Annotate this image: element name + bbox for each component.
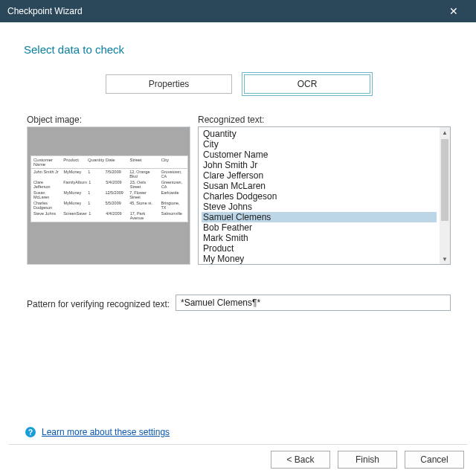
recognized-text-item[interactable]: Quantity: [202, 129, 437, 139]
preview-row: Steve JohnsScreenSaver14/4/200917, Park …: [31, 210, 187, 221]
scroll-down-icon[interactable]: ▼: [440, 254, 450, 264]
recognized-text-item[interactable]: Susan McLaren: [202, 181, 437, 191]
tab-ocr[interactable]: OCR: [244, 74, 370, 94]
recognized-text-item[interactable]: Mark Smith: [202, 233, 437, 243]
recognized-text-item[interactable]: Clare Jefferson: [202, 170, 437, 181]
recognized-text-item[interactable]: Samuel Clemens: [202, 212, 437, 222]
wizard-body: Select data to check Properties OCR Obje…: [0, 22, 476, 476]
recognized-text-item[interactable]: Bob Feather: [202, 222, 437, 233]
recognized-text-item[interactable]: Charles Dodgeson: [202, 191, 437, 202]
recognized-text-label: Recognized text:: [198, 115, 264, 125]
cancel-button[interactable]: Cancel: [405, 451, 464, 469]
scroll-thumb[interactable]: [441, 139, 448, 221]
recognized-text-item[interactable]: John Smith Jr: [202, 160, 437, 170]
recognized-text-list[interactable]: QuantityCityCustomer NameJohn Smith JrCl…: [199, 127, 440, 264]
footer-divider: [9, 444, 467, 445]
preview-row: Samuel ClemensMyMoney212/12/20093, Garde…: [31, 221, 187, 222]
help-icon[interactable]: ?: [25, 427, 36, 437]
help-row: ? Learn more about these settings: [25, 427, 170, 437]
recognized-text-item[interactable]: Customer Name: [202, 149, 437, 160]
object-image-grid: Customer Name Product Quantity Date Stre…: [30, 155, 188, 222]
object-image-preview[interactable]: Customer Name Product Quantity Date Stre…: [27, 126, 190, 265]
pattern-input[interactable]: [176, 295, 451, 311]
recognized-text-item[interactable]: Product: [202, 243, 437, 254]
recognized-text-item[interactable]: City: [202, 139, 437, 149]
page-title: Select data to check: [24, 43, 124, 56]
recognized-text-item[interactable]: My Money: [202, 254, 437, 264]
preview-row: Susan McLarenMyMoney112/5/20097, Flower …: [31, 190, 187, 200]
footer-buttons: < Back Finish Cancel: [271, 451, 464, 469]
object-image-label: Object image:: [27, 115, 82, 125]
recognized-text-scrollbar[interactable]: ▲ ▼: [440, 127, 450, 264]
finish-button[interactable]: Finish: [338, 451, 397, 469]
preview-row: John Smith JrMyMoney17/5/200912, Orange …: [31, 169, 187, 179]
recognized-text-panel: QuantityCityCustomer NameJohn Smith JrCl…: [198, 126, 451, 265]
back-button[interactable]: < Back: [271, 451, 330, 469]
close-icon[interactable]: ✕: [439, 0, 469, 22]
help-link[interactable]: Learn more about these settings: [42, 427, 170, 437]
preview-row: Clare JeffersonFamilyAlbum15/4/200923, O…: [31, 179, 187, 190]
window-title: Checkpoint Wizard: [7, 6, 439, 16]
scroll-up-icon[interactable]: ▲: [440, 127, 450, 138]
preview-row: Charles DodgesonMyMoney15/5/200945, Ston…: [31, 200, 187, 210]
tab-properties[interactable]: Properties: [106, 74, 232, 94]
preview-header-row: Customer Name Product Quantity Date Stre…: [31, 156, 187, 169]
pattern-label: Pattern for verifying recognized text:: [27, 299, 170, 309]
tab-strip: Properties OCR: [0, 74, 476, 94]
recognized-text-item[interactable]: Steve Johns: [202, 202, 437, 212]
titlebar: Checkpoint Wizard ✕: [0, 0, 476, 22]
